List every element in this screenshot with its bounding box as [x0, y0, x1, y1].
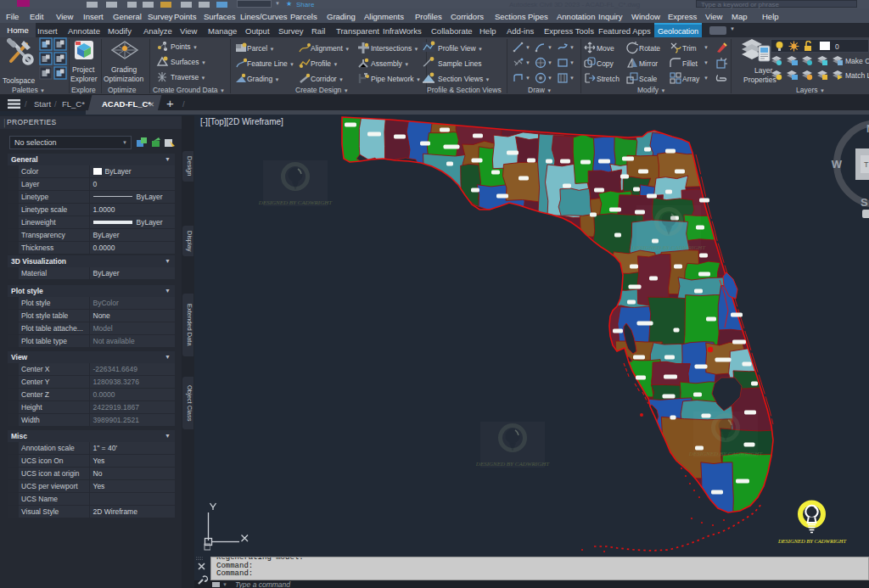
svg-text:DESIGNED BY CADWRIGHT: DESIGNED BY CADWRIGHT	[688, 451, 763, 457]
svg-text:W: W	[832, 158, 843, 171]
svg-text:T: T	[864, 160, 869, 169]
svg-text:DESIGNED BY CADWRIGHT: DESIGNED BY CADWRIGHT	[631, 244, 706, 251]
svg-text:DESIGNED BY CADWRIGHT: DESIGNED BY CADWRIGHT	[475, 461, 550, 468]
svg-text:DESIGNED BY CADWRIGHT: DESIGNED BY CADWRIGHT	[258, 199, 333, 206]
svg-text:DESIGNED BY CADWRIGHT: DESIGNED BY CADWRIGHT	[777, 538, 847, 544]
svg-text:S: S	[861, 196, 868, 209]
